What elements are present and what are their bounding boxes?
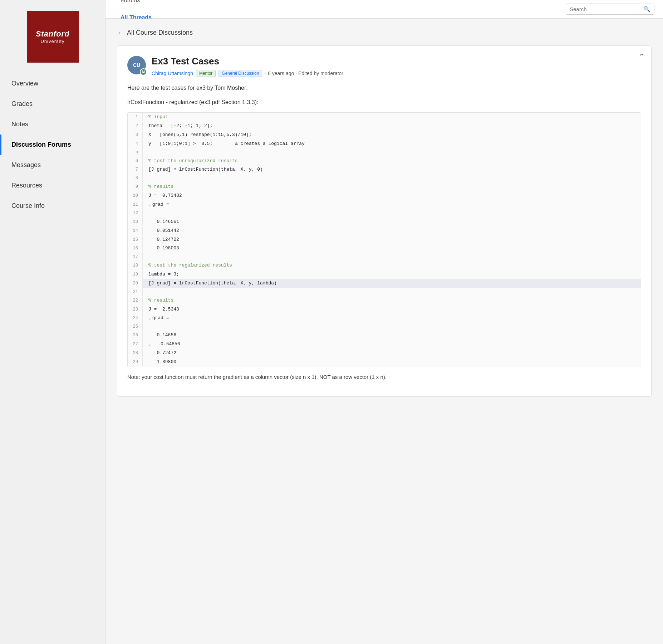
code-line-3: 3X = [ones(5,1) reshape(1:15,5,3)/10]; [128, 131, 641, 140]
code-lines: 1% input2theta = [-2; -1; 1; 2];3X = [on… [128, 113, 641, 366]
code-line-number: 5 [128, 148, 143, 156]
sidebar-item-grades[interactable]: Grades [0, 94, 105, 114]
code-line-number: 17 [128, 253, 143, 261]
code-line-number: 3 [128, 131, 143, 139]
code-line-number: 2 [128, 122, 143, 130]
post-body: Here are the test cases for ex3 by Tom M… [127, 83, 641, 381]
logo-stanford: Stanford [36, 29, 69, 39]
post-meta-time: · 6 years ago · Edited by moderator [265, 70, 343, 76]
code-line-number: 6 [128, 157, 143, 165]
code-line-13: 13 0.146561 [128, 218, 641, 226]
code-line-number: 18 [128, 262, 143, 270]
code-line-number: 25 [128, 323, 143, 331]
sidebar-item-overview[interactable]: Overview [0, 73, 105, 94]
code-line-content: ⌄grad = [143, 200, 641, 209]
toggle-icon[interactable]: ⌄ [148, 316, 151, 320]
code-line-17: 17 [128, 253, 641, 261]
code-line-content: theta = [-2; -1; 1; 2]; [143, 122, 641, 131]
code-line-content: [J grad] = lrCostFunction(theta, X, y, 0… [143, 165, 641, 174]
sidebar-item-notes[interactable]: Notes [0, 114, 105, 135]
post-title: Ex3 Test Cases [152, 56, 343, 67]
code-line-content: J = 2.5348 [143, 305, 641, 314]
code-line-25: 25 [128, 323, 641, 331]
code-line-21: 21 [128, 288, 641, 296]
content-area: ← All Course Discussions ⌃ CU M Ex3 Test… [105, 19, 663, 644]
post-footer-note: Note: your cost function must return the… [127, 373, 641, 381]
back-arrow-icon: ← [117, 29, 124, 37]
code-line-content: 0.198003 [143, 244, 641, 253]
sidebar-item-messages[interactable]: Messages [0, 155, 105, 175]
code-line-number: 24 [128, 314, 143, 322]
code-line-24: 24⌄grad = [128, 314, 641, 323]
code-line-9: 9% results [128, 182, 641, 191]
code-line-content: ⌄ -0.54856 [143, 340, 641, 349]
search-input[interactable] [570, 6, 641, 12]
discussion-card: ⌃ CU M Ex3 Test Cases Chirag Uttamsingh … [117, 45, 652, 397]
code-line-content: 0.124722 [143, 235, 641, 244]
logo-university: University [40, 39, 64, 44]
code-line-content: 0.72472 [143, 349, 641, 358]
code-line-content: ⌄grad = [143, 314, 641, 323]
avatar-badge: M [140, 68, 147, 75]
topbar: ForumsAll Threads 🔍 [105, 0, 663, 19]
code-line-content: X = [ones(5,1) reshape(1:15,5,3)/10]; [143, 131, 641, 140]
code-line-content [143, 178, 641, 179]
code-line-content: y = [1;0;1;0;1] >= 0.5; % creates a logi… [143, 140, 641, 148]
code-line-number: 20 [128, 279, 143, 288]
code-line-number: 26 [128, 331, 143, 340]
code-line-number: 19 [128, 270, 143, 279]
tab-forums[interactable]: Forums [114, 0, 158, 10]
code-block: 1% input2theta = [-2; -1; 1; 2];3X = [on… [127, 112, 641, 367]
code-line-22: 22% results [128, 296, 641, 305]
sidebar-item-discussion-forums[interactable]: Discussion Forums [0, 135, 105, 155]
code-line-11: 11⌄grad = [128, 200, 641, 209]
toggle-icon[interactable]: ⌄ [148, 342, 151, 346]
code-line-content [143, 326, 641, 328]
code-line-number: 8 [128, 174, 143, 182]
code-line-20: 20[J grad] = lrCostFunction(theta, X, y,… [128, 279, 641, 288]
code-line-number: 12 [128, 209, 143, 218]
code-line-14: 14 0.051442 [128, 226, 641, 235]
code-line-number: 11 [128, 201, 143, 209]
post-subtitle: lrCostFunction - regularized (ex3.pdf Se… [127, 98, 641, 107]
code-line-content: lambda = 3; [143, 270, 641, 279]
code-line-number: 27 [128, 340, 143, 348]
code-line-18: 18% test the regularized results [128, 261, 641, 270]
code-line-number: 29 [128, 358, 143, 366]
code-line-content: % results [143, 182, 641, 191]
post-header: CU M Ex3 Test Cases Chirag Uttamsingh Me… [127, 56, 641, 77]
code-line-10: 10J = 0.73482 [128, 191, 641, 200]
code-line-content: % input [143, 113, 641, 122]
code-line-number: 7 [128, 166, 143, 174]
code-line-content: 0.051442 [143, 226, 641, 235]
search-box[interactable]: 🔍 [566, 4, 654, 15]
code-line-number: 23 [128, 306, 143, 314]
code-line-content: % results [143, 296, 641, 305]
code-line-content [143, 152, 641, 153]
code-line-29: 29 1.39800 [128, 358, 641, 367]
code-line-16: 16 0.198003 [128, 244, 641, 253]
code-line-5: 5 [128, 148, 641, 156]
code-line-number: 9 [128, 183, 143, 191]
code-line-7: 7[J grad] = lrCostFunction(theta, X, y, … [128, 165, 641, 174]
sidebar: Stanford University OverviewGradesNotesD… [0, 0, 105, 644]
code-line-number: 22 [128, 297, 143, 305]
sidebar-item-course-info[interactable]: Course Info [0, 196, 105, 216]
collapse-button[interactable]: ⌃ [638, 52, 645, 62]
discussion-badge[interactable]: General Discussion [218, 70, 262, 77]
code-line-content: [J grad] = lrCostFunction(theta, X, y, l… [143, 279, 641, 288]
sidebar-nav: OverviewGradesNotesDiscussion ForumsMess… [0, 73, 105, 216]
code-line-number: 28 [128, 349, 143, 357]
toggle-icon[interactable]: ⌄ [148, 203, 151, 207]
code-line-content [143, 213, 641, 214]
code-line-19: 19lambda = 3; [128, 270, 641, 279]
back-link[interactable]: ← All Course Discussions [117, 29, 652, 37]
sidebar-item-resources[interactable]: Resources [0, 175, 105, 196]
code-line-23: 23J = 2.5348 [128, 305, 641, 314]
post-author[interactable]: Chirag Uttamsingh [152, 70, 193, 76]
code-line-content: 0.146561 [143, 218, 641, 226]
code-line-2: 2theta = [-2; -1; 1; 2]; [128, 122, 641, 131]
code-line-26: 26 0.14656 [128, 331, 641, 340]
code-line-number: 14 [128, 227, 143, 235]
code-line-6: 6% test the unregularized results [128, 157, 641, 166]
